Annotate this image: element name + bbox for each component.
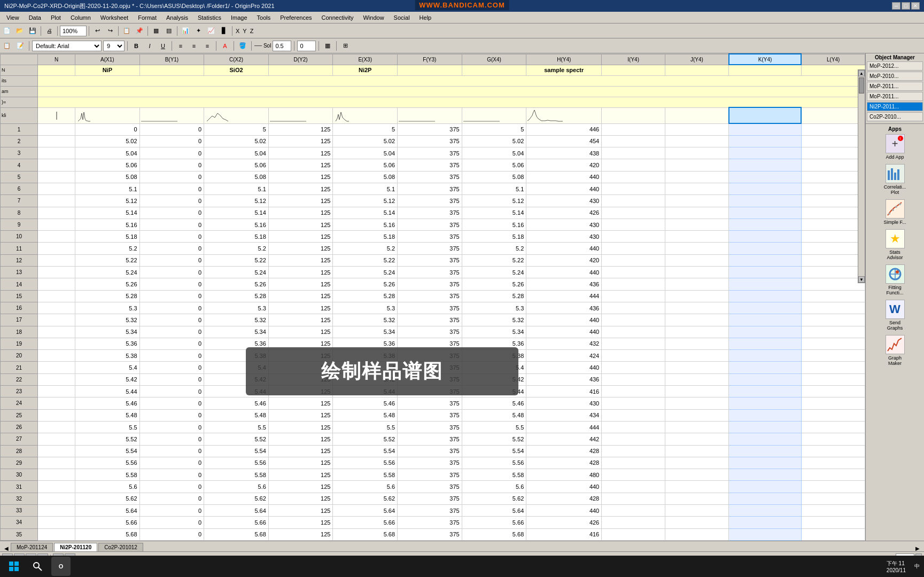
cell-l[interactable] — [801, 267, 865, 278]
cell-d[interactable]: 125 — [268, 469, 333, 481]
cell-n[interactable] — [38, 421, 75, 433]
cell-a[interactable]: 5.68 — [75, 528, 140, 540]
cell-l[interactable] — [801, 278, 865, 290]
cell-b[interactable]: 0 — [139, 326, 204, 338]
cell-l[interactable] — [801, 517, 865, 528]
cell-j[interactable] — [665, 373, 729, 385]
cell-c[interactable]: 5.02 — [204, 135, 269, 147]
cell-l[interactable] — [801, 386, 865, 397]
cell-b[interactable]: 0 — [139, 171, 204, 183]
cell-j[interactable] — [665, 421, 729, 433]
cell-g[interactable]: 5.3 — [462, 302, 526, 314]
taskbar-origin-btn[interactable]: O — [51, 557, 71, 576]
cell-l[interactable] — [801, 326, 865, 338]
cell-i[interactable] — [602, 231, 665, 243]
cell-n[interactable] — [38, 123, 75, 135]
cell-i[interactable] — [602, 481, 665, 493]
cell-j[interactable] — [665, 362, 729, 373]
cell-l[interactable] — [801, 147, 865, 159]
cell-g[interactable]: 5.66 — [462, 517, 526, 528]
line-button[interactable]: 📈 — [205, 25, 217, 37]
cell-d[interactable]: 125 — [268, 493, 333, 504]
cell-h[interactable]: 430 — [526, 195, 602, 207]
cell-k[interactable] — [729, 195, 802, 207]
cell-k[interactable] — [729, 278, 802, 290]
cell-n[interactable] — [38, 183, 75, 194]
cell-n[interactable] — [38, 517, 75, 528]
col-hy4-header[interactable]: H(Y4) — [526, 54, 602, 65]
cell-j[interactable] — [665, 350, 729, 362]
cell-l[interactable] — [801, 445, 865, 457]
cell-j[interactable] — [665, 397, 729, 409]
cell-a[interactable]: 5.38 — [75, 350, 140, 362]
cell-b[interactable]: 0 — [139, 457, 204, 469]
cell-c[interactable]: 5.3 — [204, 302, 269, 314]
cell-f[interactable]: 375 — [398, 517, 462, 528]
cell-g[interactable]: 5.6 — [462, 481, 526, 493]
cell-d[interactable]: 125 — [268, 445, 333, 457]
cell-i[interactable] — [602, 373, 665, 385]
cell-h[interactable]: 428 — [526, 445, 602, 457]
cell-i[interactable] — [602, 183, 665, 194]
cell-n[interactable] — [38, 243, 75, 254]
cell-e[interactable]: 5.6 — [333, 481, 398, 493]
cell-a[interactable]: 5.18 — [75, 231, 140, 243]
cell-f[interactable]: 375 — [398, 231, 462, 243]
tab-co2p201012[interactable]: Co2P-201012 — [98, 543, 143, 551]
cell-n[interactable] — [38, 338, 75, 349]
cell-g[interactable]: 5.32 — [462, 314, 526, 326]
cell-a[interactable]: 5.64 — [75, 505, 140, 517]
cell-d[interactable]: 125 — [268, 219, 333, 230]
cell-h[interactable]: 420 — [526, 254, 602, 266]
cell-g[interactable]: 5.02 — [462, 135, 526, 147]
cell-k[interactable] — [729, 290, 802, 302]
cell-f[interactable]: 375 — [398, 219, 462, 230]
print-button[interactable]: 🖨 — [43, 25, 55, 37]
cell-e[interactable]: 5.62 — [333, 493, 398, 504]
cell-h[interactable]: 438 — [526, 147, 602, 159]
col-cx2-header[interactable]: C(X2) — [204, 54, 269, 65]
cell-d[interactable]: 125 — [268, 457, 333, 469]
cell-c[interactable]: 5.68 — [204, 528, 269, 540]
cell-e[interactable]: 5.54 — [333, 445, 398, 457]
cell-l[interactable] — [801, 159, 865, 171]
send-graphs-item[interactable]: W SendGraphs — [868, 300, 922, 331]
cell-a[interactable]: 5.6 — [75, 481, 140, 493]
cell-g[interactable]: 5.5 — [462, 421, 526, 433]
cell-a[interactable]: 5.24 — [75, 267, 140, 278]
line-width-input[interactable] — [273, 41, 291, 51]
cell-d[interactable]: 125 — [268, 195, 333, 207]
search-button[interactable] — [28, 557, 47, 576]
cell-l[interactable] — [801, 290, 865, 302]
cell-h[interactable]: 426 — [526, 517, 602, 528]
cell-a[interactable]: 5.52 — [75, 433, 140, 445]
cell-f[interactable]: 375 — [398, 409, 462, 421]
cell-b[interactable]: 0 — [139, 267, 204, 278]
cell-c[interactable]: 5.48 — [204, 409, 269, 421]
cell-h[interactable]: 432 — [526, 338, 602, 349]
cell-d[interactable]: 125 — [268, 207, 333, 219]
col-ex3-header[interactable]: E(X3) — [333, 54, 398, 65]
cell-f[interactable]: 375 — [398, 183, 462, 194]
cell-i[interactable] — [602, 397, 665, 409]
cell-g[interactable]: 5.28 — [462, 290, 526, 302]
cell-e[interactable]: 5.5 — [333, 421, 398, 433]
cell-f[interactable]: 375 — [398, 528, 462, 540]
cell-d[interactable]: 125 — [268, 147, 333, 159]
cell-j[interactable] — [665, 469, 729, 481]
cell-i[interactable] — [602, 350, 665, 362]
cell-b[interactable]: 0 — [139, 505, 204, 517]
cell-e[interactable]: 5.1 — [333, 183, 398, 194]
menu-item-plot[interactable]: Plot — [46, 12, 65, 23]
cell-j[interactable] — [665, 135, 729, 147]
cell-k[interactable] — [729, 528, 802, 540]
undo-button[interactable]: ↩ — [91, 25, 103, 37]
cell-i[interactable] — [602, 326, 665, 338]
correlation-plot-item[interactable]: Correlati...Plot — [868, 164, 922, 195]
cell-a[interactable]: 5.22 — [75, 254, 140, 266]
cell-c[interactable]: 5.56 — [204, 457, 269, 469]
cell-a[interactable]: 5.3 — [75, 302, 140, 314]
cell-b[interactable]: 0 — [139, 314, 204, 326]
cell-n[interactable] — [38, 207, 75, 219]
new-sheet-button[interactable]: 📋 — [1, 40, 13, 52]
